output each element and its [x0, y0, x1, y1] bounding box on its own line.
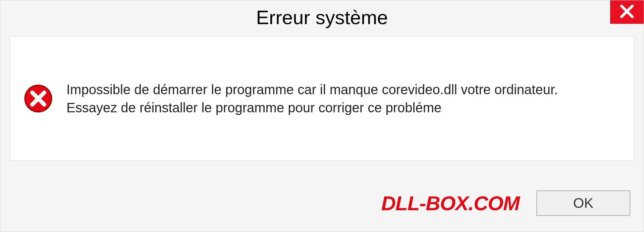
close-button[interactable] [610, 0, 644, 24]
dialog-title: Erreur système [256, 6, 388, 28]
titlebar: Erreur système [0, 0, 644, 34]
dialog-footer: DLL-BOX.COM OK [0, 175, 644, 232]
error-dialog: Erreur système Impossible de démarrer le… [0, 0, 644, 232]
error-message: Impossible de démarrer le programme car … [66, 80, 603, 117]
error-icon [23, 84, 53, 113]
brand-watermark: DLL-BOX.COM [381, 192, 520, 215]
close-icon [620, 4, 634, 20]
dialog-content: Impossible de démarrer le programme car … [10, 37, 634, 161]
ok-button[interactable]: OK [536, 190, 630, 216]
